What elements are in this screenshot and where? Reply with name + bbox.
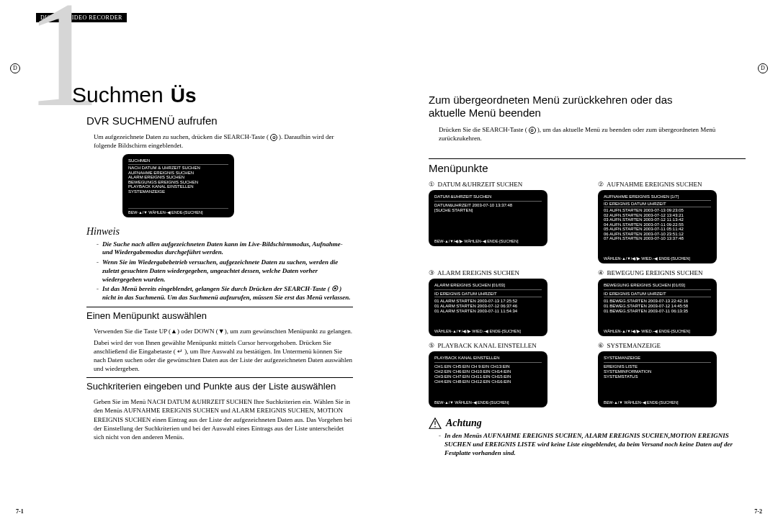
menu-label: ② AUFNAHME EREIGNIS SUCHEN (598, 181, 746, 188)
menu-item-2: ② AUFNAHME EREIGNIS SUCHEN AUFNAHME EREI… (598, 181, 746, 263)
search-button-icon: ⦿ (270, 134, 277, 141)
paragraph-intro: Um aufgezeichnete Daten zu suchen, drück… (94, 132, 353, 150)
left-content: DVR SUCHMENÜ aufrufen Um aufgezeichnete … (86, 114, 353, 441)
screen-line: 04 AUFN.STARTEN 2003-07-11 09:22:55 (604, 222, 711, 227)
paragraph: Dabei wird der von Ihnen gewählte Menüpu… (94, 338, 353, 374)
screen-line: CH2:EIN CH6:EIN CH10:EIN CH14:EIN (434, 369, 542, 374)
text: Um aufgezeichnete Daten zu suchen, drück… (94, 133, 269, 140)
screen-line: [SUCHE STARTEN] (434, 208, 542, 212)
screen-line: 01 ALARM STARTEN 2003-07-12 06:37:46 (434, 304, 542, 308)
menu-label: ④ BEWEGUNG EREIGNIS SUCHEN (598, 269, 746, 276)
screen-title: SYSTEMANZEIGE (604, 356, 711, 360)
page-spread: DIGITAL VIDEO RECORDER D 1 Suchmen Üs DV… (0, 0, 778, 532)
screen-line: AUFNAHME EREIGNIS SUCHEN (128, 171, 228, 175)
text: aktuelle Menü beenden (429, 107, 541, 119)
section-dvr-suchmenu: DVR SUCHMENÜ aufrufen (86, 114, 353, 127)
screen-line: CH1:EIN CH5:EIN CH 9:EIN CH13:EIN (434, 364, 542, 369)
screen-line: 05 AUFN.STARTEN 2003-07-11 05:11:42 (604, 227, 711, 231)
screen-footer: BEW-▲/▼ WÄHLEN-◀ ENDE-[SUCHEN] (128, 208, 228, 215)
screen-line: SYSTEMINFORMATION (604, 369, 711, 374)
paragraph: Geben Sie im Menü NACH DATUM &UHRZEIT SU… (94, 397, 353, 441)
section-search-criteria: Suchkriterien eingeben und Punkte aus de… (86, 377, 353, 392)
screen-title: ALARM EREIGNIS SUCHEN [01/03] (434, 283, 542, 287)
chapter-number-graphic: 1 (25, 0, 101, 130)
hinweis-heading: Hinweis (86, 226, 353, 238)
hinweis-list: Die Suche nach allen aufgezeichneten Dat… (97, 240, 353, 302)
page-number-left: 7-1 (16, 508, 24, 515)
screen-footer: BEW-▲/▼/◀/▶ WÄHLEN-◀ ENDE-[SUCHEN] (434, 238, 542, 243)
section-return-menu: Zum übergeordneten Menü zurückkehren ode… (429, 94, 746, 120)
section-menupunkte: Menüpunkte (429, 158, 746, 175)
achtung-title: Achtung (446, 418, 482, 429)
screen-line: ID EREIGNIS DATUM UHRZEIT (604, 292, 711, 296)
hinweis-item: Ist das Menü bereits eingeblendet, gelan… (97, 285, 353, 302)
screen-title: DATUM &UHRZEIT SUCHEN (434, 194, 542, 199)
screen-line: BEWEGUNGS EREIGNIS SUCHEN (128, 180, 228, 184)
right-page: D Zum übergeordneten Menü zurückkehren o… (389, 0, 778, 532)
screen-line: NACH DATUM & UHRZEIT SUCHEN (128, 166, 228, 170)
menu-item-5: ⑤ PLAYBACK KANAL EINSTELLEN PLAYBACK KAN… (429, 342, 576, 407)
screen-line: ID EREIGNIS DATUM UHRZEIT (604, 202, 711, 206)
right-content: Zum übergeordneten Menü zurückkehren ode… (429, 94, 746, 457)
menu-label: ⑤ PLAYBACK KANAL EINSTELLEN (429, 342, 576, 349)
screen-line: 01 BEWEG.STARTEN 2003-07-12 14:45:58 (604, 304, 711, 308)
screen-datum-uhrzeit: DATUM &UHRZEIT SUCHEN DATUM&UHRZEIT 2003… (429, 190, 547, 246)
chapter-title: Suchmen Üs (72, 83, 353, 107)
screen-footer: BEW-▲/▼ WÄHLEN-◀ ENDE-[SUCHEN] (604, 399, 711, 405)
screen-line: SYSTEMSTATUS (604, 374, 711, 379)
screen-bewegung-ereignis: BEWEGUNG EREIGNIS SUCHEN [01/03] ID EREI… (598, 279, 717, 336)
screen-line: DATUM&UHRZEIT 2003-07-10 13:37:48 (434, 203, 542, 207)
section-select-menuitem: Einen Menüpunkt auswählen (86, 307, 353, 321)
screen-title: PLAYBACK KANAL EINSTELLEN (434, 356, 542, 360)
menu-item-4: ④ BEWEGUNG EREIGNIS SUCHEN BEWEGUNG EREI… (598, 269, 746, 336)
screen-line: 07 AUFN.STARTEN 2003-07-10 13:37:48 (604, 236, 711, 240)
achtung-list: In den Menüs AUFNAHME EREIGNIS SUCHEN, A… (439, 432, 746, 457)
screen-aufnahme-ereignis: AUFNAHME EREIGNIS SUCHEN [1/7] ID EREIGN… (598, 190, 717, 263)
screen-line: ID EREIGNIS DATUM UHRZEIT (434, 292, 542, 296)
screen-line: 01 ALARM STARTEN 2003-07-11 11:54:34 (434, 309, 542, 313)
screen-title: AUFNAHME EREIGNIS SUCHEN [1/7] (604, 194, 711, 199)
screen-alarm-ereignis: ALARM EREIGNIS SUCHEN [01/03] ID EREIGNI… (429, 279, 547, 336)
screen-line: 01 AUFN.STARTEN 2003-07-13 09:23:05 (604, 208, 711, 212)
screen-footer: BEW-▲/▼ WÄHLEN-◀ ENDE-[SUCHEN] (434, 399, 542, 405)
hinweis-item: Wenn Sie im Wiedergabebetrieb versuchen,… (97, 258, 353, 284)
screen-title: BEWEGUNG EREIGNIS SUCHEN [01/03] (604, 283, 711, 287)
achtung-item: In den Menüs AUFNAHME EREIGNIS SUCHEN, A… (439, 432, 746, 457)
screen-line: ALARM EREIGNIS SUCHEN (128, 175, 228, 179)
menu-grid: ① DATUM &UHRZEIT SUCHEN DATUM &UHRZEIT S… (429, 181, 746, 407)
left-page: DIGITAL VIDEO RECORDER D 1 Suchmen Üs DV… (0, 0, 389, 532)
paragraph: Drücken Sie die SEARCH-Taste (⦿), um das… (439, 125, 746, 143)
text: Drücken Sie die SEARCH-Taste ( (439, 126, 527, 133)
screen-line: 03 AUFN.STARTEN 2003-07-12 11:13:42 (604, 217, 711, 222)
page-number-right: 7-2 (754, 508, 762, 515)
text: Zum übergeordneten Menü zurückkehren ode… (429, 94, 673, 106)
screen-line: 02 AUFN.STARTEN 2003-07-12 13:43:21 (604, 213, 711, 217)
menu-item-1: ① DATUM &UHRZEIT SUCHEN DATUM &UHRZEIT S… (429, 181, 576, 263)
menu-item-3: ③ ALARM EREIGNIS SUCHEN ALARM EREIGNIS S… (429, 269, 576, 336)
menu-label: ⑥ SYSTEMANZEIGE (598, 342, 746, 349)
chapter-title-text-b: Üs (171, 84, 197, 107)
language-badge-left: D (10, 63, 20, 73)
warning-icon (429, 418, 442, 429)
svg-point-1 (434, 426, 436, 428)
screen-suchmen: SUCHMEN NACH DATUM & UHRZEIT SUCHEN AUFN… (122, 154, 234, 217)
screen-line: PLAYBACK KANAL EINSTELLEN (128, 184, 228, 189)
search-button-icon: ⦿ (529, 127, 536, 134)
language-badge-right: D (758, 63, 768, 73)
screen-title: SUCHMEN (128, 158, 228, 163)
menu-label: ③ ALARM EREIGNIS SUCHEN (429, 269, 576, 276)
screen-line: 01 ALARM STARTEN 2003-07-13 17:25:52 (434, 299, 542, 303)
achtung-heading-row: Achtung (429, 418, 746, 429)
screen-line: 01 BEWEG.STARTEN 2003-07-13 22:42:16 (604, 299, 711, 303)
screen-line: SYSTEMANZEIGE (128, 189, 228, 194)
menu-item-6: ⑥ SYSTEMANZEIGE SYSTEMANZEIGE EREIGNIS L… (598, 342, 746, 407)
screen-systemanzeige: SYSTEMANZEIGE EREIGNIS LISTE SYSTEMINFOR… (598, 351, 717, 407)
screen-footer: WÄHLEN-▲/▼/◀/▶ WIED.-◀ ENDE-[SUCHEN] (434, 328, 542, 333)
menu-label: ① DATUM &UHRZEIT SUCHEN (429, 181, 576, 188)
screen-playback-kanal: PLAYBACK KANAL EINSTELLEN CH1:EIN CH5:EI… (429, 351, 547, 407)
screen-footer: WÄHLEN-▲/▼/◀/▶ WIED.-◀ ENDE-[SUCHEN] (604, 255, 711, 261)
screen-line: 06 AUFN.STARTEN 2003-07-10 23:51:12 (604, 232, 711, 236)
paragraph: Verwenden Sie die Taste UP (▲) oder DOWN… (94, 327, 353, 335)
screen-footer: WÄHLEN-▲/▼/◀/▶ WIED.-◀ ENDE-[SUCHEN] (604, 328, 711, 333)
screen-line: 01 BEWEG.STARTEN 2003-07-11 06:13:35 (604, 309, 711, 313)
